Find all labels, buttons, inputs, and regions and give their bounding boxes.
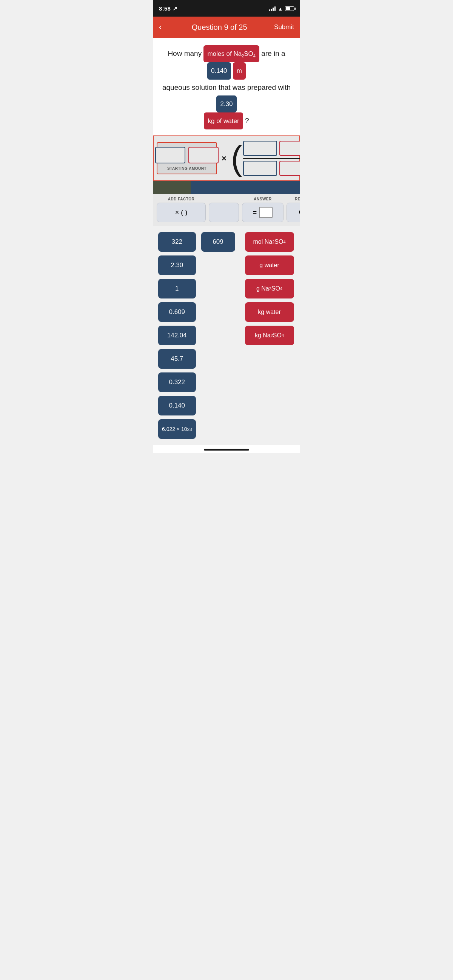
unit-btn-kg-na2so4[interactable]: kg Na2SO4 <box>245 326 294 345</box>
fraction-top-left[interactable] <box>243 141 277 156</box>
fraction-boxes <box>243 141 300 176</box>
answer-equals: = <box>253 209 257 216</box>
multiply-sign: × <box>222 154 226 163</box>
add-factor-button[interactable]: × ( ) <box>157 203 206 222</box>
unit-tag-kg-water: kg of water <box>204 113 243 129</box>
empty-group <box>209 197 239 222</box>
starting-amount-inputs <box>155 147 219 163</box>
submit-button[interactable]: Submit <box>274 23 294 31</box>
status-bar: 8:58 ↗ ▲ <box>153 0 300 17</box>
reset-button[interactable]: ↺ <box>287 203 300 222</box>
starting-amount-label: STARTING AMOUNT <box>167 166 206 170</box>
question-area: How many moles of Na2SO4 are in a 0.140 … <box>153 38 300 135</box>
fraction-area: ( <box>231 141 300 176</box>
signal-icon <box>269 6 276 11</box>
num-btn-0-140[interactable]: 0.140 <box>158 396 196 415</box>
battery-icon <box>285 6 294 11</box>
app-header: ‹ Question 9 of 25 Submit <box>153 17 300 38</box>
empty-button[interactable] <box>209 203 239 222</box>
answer-box <box>259 207 273 218</box>
controls-row: ADD FACTOR × ( ) ANSWER = RESET ↺ <box>153 194 300 226</box>
starting-amount-numerator[interactable] <box>155 147 185 163</box>
question-counter: Question 9 of 25 <box>164 23 274 32</box>
question-part3: aqueous solution that was prepared with <box>162 83 291 91</box>
open-paren: ( <box>231 143 242 173</box>
num-btn-322[interactable]: 322 <box>158 232 196 252</box>
unit-tag-m: m <box>233 62 246 79</box>
question-text: How many moles of Na2SO4 are in a 0.140 … <box>159 45 294 129</box>
value-tag-water: 2.30 <box>216 95 236 113</box>
add-factor-group: ADD FACTOR × ( ) <box>157 197 206 222</box>
unit-btn-mol-na2so4[interactable]: mol Na2SO4 <box>245 232 294 252</box>
unit-btn-kg-water[interactable]: kg water <box>245 302 294 322</box>
num-btn-45-7[interactable]: 45.7 <box>158 349 196 369</box>
fraction-top-row <box>243 141 300 158</box>
reset-group: RESET ↺ <box>287 197 300 222</box>
status-icons: ▲ <box>269 6 294 12</box>
answer-inner: = <box>253 207 273 218</box>
fraction-top-right[interactable] <box>279 141 300 156</box>
divider-left <box>153 181 191 194</box>
reset-icon: ↺ <box>298 208 300 217</box>
status-time: 8:58 ↗ <box>159 5 177 12</box>
number-column-2: 609 <box>201 232 235 439</box>
substance-tag: moles of Na2SO4 <box>204 45 259 62</box>
divider-right <box>191 181 300 194</box>
question-part1: How many <box>167 49 204 57</box>
starting-amount-box: STARTING AMOUNT <box>157 142 217 174</box>
buttons-area: 322 2.30 1 0.609 142.04 45.7 0.322 0.140… <box>153 226 300 445</box>
home-indicator <box>153 445 300 453</box>
home-bar <box>204 449 249 450</box>
num-btn-avogadro[interactable]: 6.022 × 1023 <box>158 419 196 439</box>
num-btn-609[interactable]: 609 <box>201 232 235 252</box>
num-btn-0-609[interactable]: 0.609 <box>158 302 196 322</box>
unit-btn-g-na2so4[interactable]: g Na2SO4 <box>245 279 294 299</box>
num-btn-2-30[interactable]: 2.30 <box>158 256 196 275</box>
calculation-area: STARTING AMOUNT × ( <box>153 135 300 181</box>
add-factor-label: ADD FACTOR <box>168 197 195 201</box>
unit-btn-g-water[interactable]: g water <box>245 256 294 275</box>
answer-button[interactable]: = <box>242 203 284 222</box>
question-end: ? <box>245 117 249 124</box>
question-part2: are in a <box>261 49 285 57</box>
value-tag-molality: 0.140 <box>207 62 231 79</box>
num-btn-1[interactable]: 1 <box>158 279 196 299</box>
num-btn-142-04[interactable]: 142.04 <box>158 326 196 345</box>
back-button[interactable]: ‹ <box>159 21 164 33</box>
reset-label: RESET <box>295 197 300 201</box>
fraction-bottom-right[interactable] <box>279 161 300 176</box>
answer-group: ANSWER = <box>242 197 284 222</box>
wifi-icon: ▲ <box>278 6 283 12</box>
fraction-bottom-left[interactable] <box>243 161 277 176</box>
add-factor-icon: × ( ) <box>175 209 188 216</box>
empty-label <box>223 197 224 201</box>
num-btn-0-322[interactable]: 0.322 <box>158 372 196 392</box>
answer-label: ANSWER <box>254 197 271 201</box>
starting-amount-denominator[interactable] <box>188 147 219 163</box>
unit-column: mol Na2SO4 g water g Na2SO4 kg water kg … <box>245 232 294 439</box>
fraction-bottom-row <box>243 159 300 176</box>
divider-bars <box>153 181 300 194</box>
number-column-1: 322 2.30 1 0.609 142.04 45.7 0.322 0.140… <box>158 232 196 439</box>
